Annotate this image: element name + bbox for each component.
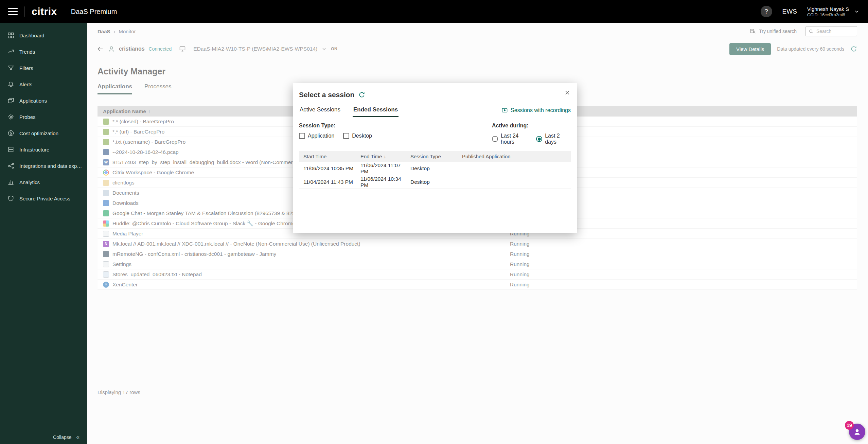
recording-icon	[501, 107, 508, 113]
sidebar-item-label: Cost optimization	[19, 130, 58, 136]
sidebar-item-cost-optimization[interactable]: Cost optimization	[0, 125, 87, 141]
radio-last-24-hours[interactable]: Last 24 hours	[492, 133, 531, 145]
checkbox-application[interactable]: Application	[299, 133, 334, 139]
radio-last-2-days[interactable]: Last 2 days	[536, 133, 571, 145]
sidebar-item-label: Analytics	[19, 179, 40, 185]
session-filters: Session Type: Application Desktop Active…	[293, 117, 577, 146]
radio-icon[interactable]	[492, 136, 498, 142]
modal-title: Select a session	[299, 91, 354, 99]
sidebar-item-label: Filters	[19, 65, 33, 71]
tab-active-sessions[interactable]: Active Sessions	[299, 103, 341, 117]
sidebar-item-infrastructure[interactable]: Infrastructure	[0, 141, 87, 158]
integrations-icon	[7, 162, 14, 169]
session-row[interactable]: 11/06/2024 10:35 PM 11/06/2024 11:07 PM …	[299, 162, 571, 175]
refresh-icon[interactable]	[358, 91, 365, 98]
collapse-label: Collapse	[53, 434, 71, 440]
topbar-divider	[24, 6, 25, 17]
session-type: Desktop	[406, 165, 458, 172]
topbar-divider	[64, 6, 64, 17]
product-name: DaaS Premium	[71, 8, 117, 16]
session-row[interactable]: 11/04/2024 11:43 PM 11/06/2024 10:34 PM …	[299, 175, 571, 189]
sidebar-item-label: Probes	[19, 114, 36, 120]
user-ccid: CCID: 16ccl3rn2mi8	[807, 13, 849, 17]
session-end-time: 11/06/2024 10:34 PM	[356, 176, 406, 188]
radio-label: Last 2 days	[545, 133, 571, 145]
shield-icon	[7, 195, 14, 202]
dashboard-icon	[7, 32, 14, 39]
active-during-label: Active during:	[492, 123, 571, 129]
help-button[interactable]: ?	[761, 6, 772, 17]
sessions-table: Start Time End Time↓ Session Type Publis…	[299, 151, 571, 189]
checkbox-label: Application	[308, 133, 334, 139]
bell-icon	[7, 81, 14, 88]
column-start-time[interactable]: Start Time	[299, 154, 356, 159]
filter-icon	[7, 65, 14, 71]
dollar-icon	[7, 130, 14, 137]
citrix-logo: citrix	[32, 6, 57, 17]
sidebar-item-label: Infrastructure	[19, 147, 49, 153]
menu-icon[interactable]	[8, 8, 18, 15]
target-icon	[7, 113, 14, 120]
checkbox-icon[interactable]	[343, 133, 349, 139]
sort-descending-icon: ↓	[384, 154, 386, 159]
radio-label: Last 24 hours	[501, 133, 531, 145]
session-start-time: 11/04/2024 11:43 PM	[299, 179, 356, 185]
sidebar-item-label: Dashboard	[19, 33, 44, 38]
sidebar-item-secure-private-access[interactable]: Secure Private Access	[0, 190, 87, 207]
checkbox-desktop[interactable]: Desktop	[343, 133, 372, 139]
column-end-time[interactable]: End Time↓	[356, 154, 406, 159]
sidebar-item-filters[interactable]: Filters	[0, 60, 87, 76]
session-start-time: 11/06/2024 10:35 PM	[299, 165, 356, 172]
server-icon	[7, 146, 14, 153]
user-menu[interactable]: Vighnesh Nayak S CCID: 16ccl3rn2mi8	[807, 6, 849, 17]
column-published-application[interactable]: Published Application	[458, 154, 571, 159]
sidebar-item-trends[interactable]: Trends	[0, 43, 87, 60]
sessions-with-recordings-link[interactable]: Sessions with recordings	[501, 107, 571, 117]
checkbox-label: Desktop	[352, 133, 372, 139]
sidebar-item-label: Applications	[19, 98, 47, 104]
chevron-down-icon[interactable]	[854, 8, 860, 15]
sidebar-item-integrations[interactable]: Integrations and data exports	[0, 158, 87, 174]
sidebar-item-analytics[interactable]: Analytics	[0, 174, 87, 190]
radio-icon-selected[interactable]	[536, 136, 542, 142]
column-session-type[interactable]: Session Type	[406, 154, 458, 159]
top-bar: citrix DaaS Premium ? EWS Vighnesh Nayak…	[0, 0, 868, 23]
sidebar: Dashboard Trends Filters Alerts Applicat…	[0, 23, 87, 444]
sessions-table-header: Start Time End Time↓ Session Type Publis…	[299, 151, 571, 162]
sidebar-item-dashboard[interactable]: Dashboard	[0, 27, 87, 43]
trends-icon	[7, 48, 14, 55]
assistant-person-icon	[853, 427, 862, 436]
session-type: Desktop	[406, 179, 458, 185]
user-name: Vighnesh Nayak S	[807, 6, 849, 12]
assistant-widget[interactable]: 19	[849, 424, 865, 440]
sidebar-item-probes[interactable]: Probes	[0, 109, 87, 125]
session-type-label: Session Type:	[299, 123, 372, 129]
sidebar-item-label: Integrations and data exports	[19, 163, 83, 169]
session-tabs: Active Sessions Ended Sessions Sessions …	[293, 103, 577, 117]
recordings-link-label: Sessions with recordings	[511, 107, 571, 113]
sidebar-item-alerts[interactable]: Alerts	[0, 76, 87, 92]
select-session-modal: Select a session Active Sessions Ended S…	[293, 83, 577, 233]
window-icon	[7, 97, 14, 104]
collapse-button[interactable]: Collapse «	[0, 434, 87, 441]
sidebar-item-label: Trends	[19, 49, 35, 55]
close-icon[interactable]	[563, 88, 572, 97]
notification-badge: 19	[845, 421, 854, 430]
sidebar-item-applications[interactable]: Applications	[0, 92, 87, 109]
bar-chart-icon	[7, 179, 14, 185]
sidebar-item-label: Secure Private Access	[19, 196, 70, 201]
sidebar-item-label: Alerts	[19, 82, 32, 87]
collapse-chevrons-icon: «	[76, 434, 79, 441]
session-end-time: 11/06/2024 11:07 PM	[356, 162, 406, 175]
tab-ended-sessions[interactable]: Ended Sessions	[353, 103, 398, 117]
checkbox-icon[interactable]	[299, 133, 305, 139]
org-label: EWS	[782, 8, 797, 15]
